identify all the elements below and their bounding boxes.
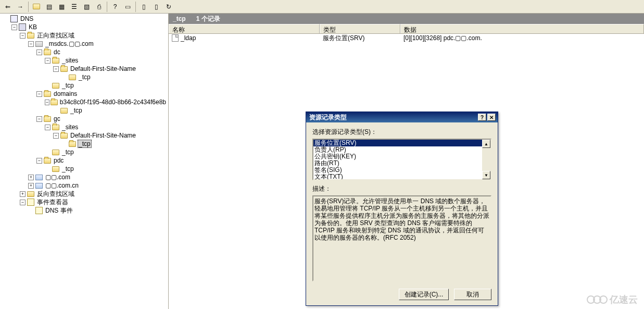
folder-open-icon bbox=[27, 33, 34, 39]
expander-icon[interactable]: − bbox=[36, 91, 42, 97]
list-row[interactable]: _ldap 服务位置(SRV) [0][100][3268] pdc.▢▢.co… bbox=[169, 34, 644, 42]
record-type-listbox[interactable]: 服务位置(SRV) 负责人(RP) 公共密钥(KEY) 路由(RT) 签名(SI… bbox=[312, 139, 491, 180]
zone-icon bbox=[35, 41, 43, 47]
tree-pane[interactable]: DNS − KB − bbox=[0, 14, 169, 309]
dialog-titlebar[interactable]: 资源记录类型 ? ✕ bbox=[306, 112, 498, 122]
expander-icon[interactable]: − bbox=[20, 33, 26, 39]
forward-icon[interactable]: → bbox=[15, 1, 26, 13]
tree-node-zone-com[interactable]: + ▢▢.com bbox=[27, 173, 168, 181]
folder-closed-icon bbox=[69, 75, 76, 80]
record-icon bbox=[172, 34, 179, 42]
tree-label-dns: DNS bbox=[19, 15, 34, 22]
expander-icon[interactable]: + bbox=[20, 191, 26, 197]
folder-open-icon bbox=[60, 133, 68, 139]
up-folder-icon[interactable] bbox=[31, 1, 42, 13]
folder-closed-icon bbox=[52, 83, 59, 89]
tree-node-fwd-zone[interactable]: − 正向查找区域 bbox=[19, 31, 168, 40]
listbox-item[interactable]: 文本(TXT) bbox=[313, 174, 482, 179]
tree-node-server[interactable]: − KB bbox=[10, 23, 168, 31]
expander-icon[interactable]: − bbox=[28, 41, 34, 47]
expander-icon[interactable]: − bbox=[20, 200, 26, 205]
folder-closed-icon bbox=[27, 191, 34, 197]
description-box: 服务(SRV)记录。允许管理员使用单一 DNS 域的数个服务器，轻易地用管理将 … bbox=[312, 195, 491, 281]
tree-node-dc[interactable]: − dc bbox=[35, 48, 168, 56]
resource-record-type-dialog: 资源记录类型 ? ✕ 选择资源记录类型(S)： 服务位置(SRV) 负责人(RP… bbox=[306, 112, 498, 306]
tree-node-pdc[interactable]: − pdc bbox=[35, 156, 168, 165]
view-list-icon[interactable]: ▤ bbox=[43, 1, 55, 13]
tree-node-tcp[interactable]: _tcp bbox=[60, 73, 168, 81]
properties-icon[interactable]: ☰ bbox=[68, 1, 80, 13]
folder-open-icon bbox=[44, 116, 51, 122]
event-icon bbox=[35, 207, 43, 214]
tree-node-rev-zone[interactable]: + 反向查找区域 bbox=[19, 190, 168, 198]
refresh-icon[interactable]: ↻ bbox=[163, 1, 174, 13]
scroll-track[interactable] bbox=[482, 148, 490, 171]
tree-node-msdcs[interactable]: − _msdcs.▢▢.com bbox=[27, 40, 168, 48]
expander-icon[interactable]: + bbox=[28, 183, 34, 189]
tree-node-event-viewer[interactable]: − 事件查看器 bbox=[19, 198, 168, 206]
db-icon[interactable]: ▭ bbox=[122, 1, 133, 13]
tree-node-zone-comcn[interactable]: + ▢▢.com.cn bbox=[27, 181, 168, 190]
tree-node-tcp[interactable]: _tcp bbox=[44, 148, 168, 156]
expander-icon[interactable]: − bbox=[36, 50, 42, 55]
tree-node-tcp[interactable]: _tcp bbox=[44, 165, 168, 173]
tree-node-default-site[interactable]: − Default-First-Site-Name bbox=[52, 131, 168, 140]
new-icon[interactable]: ▧ bbox=[81, 1, 92, 13]
description-label: 描述： bbox=[312, 184, 491, 193]
col-data[interactable]: 数据 bbox=[400, 24, 644, 33]
expander-icon[interactable]: + bbox=[28, 175, 34, 180]
scroll-up-icon[interactable]: ▲ bbox=[482, 140, 490, 148]
scroll-down-icon[interactable]: ▼ bbox=[482, 171, 490, 179]
dns-root-icon bbox=[10, 15, 18, 22]
record-name: _ldap bbox=[181, 34, 196, 42]
expander-icon[interactable]: − bbox=[36, 158, 42, 164]
zone-icon bbox=[35, 183, 43, 189]
expander-icon[interactable]: − bbox=[45, 58, 50, 64]
tree-node-guid[interactable]: − b34c8c0f-f195-48d0-8b66-2c434f6e8b bbox=[44, 98, 168, 106]
help-icon[interactable]: ? bbox=[109, 1, 121, 13]
folder-open-icon bbox=[44, 50, 51, 55]
expander-icon[interactable]: − bbox=[53, 133, 59, 139]
folder-open-icon bbox=[44, 91, 51, 97]
dns-tree: DNS − KB − bbox=[0, 15, 168, 215]
list-header-bar: _tcp 1 个记录 bbox=[169, 14, 644, 24]
tree-node-domains[interactable]: − domains bbox=[35, 90, 168, 98]
record-type: 服务位置(SRV) bbox=[320, 34, 400, 43]
server-icon bbox=[19, 23, 26, 31]
folder-open-icon bbox=[60, 66, 68, 72]
cancel-button[interactable]: 取消 bbox=[454, 289, 491, 300]
tree-node-tcp[interactable]: _tcp bbox=[52, 106, 168, 115]
scrollbar[interactable]: ▲ ▼ bbox=[482, 140, 490, 179]
event-viewer-icon bbox=[27, 199, 34, 206]
tree-node-tcp-selected[interactable]: _tcp bbox=[60, 140, 168, 148]
tree-node-tcp[interactable]: _tcp bbox=[44, 81, 168, 90]
header-path: _tcp bbox=[173, 15, 186, 22]
view-detail-icon[interactable]: ▦ bbox=[56, 1, 67, 13]
expander-icon[interactable]: − bbox=[45, 100, 49, 105]
expander-icon[interactable]: − bbox=[53, 66, 59, 72]
expander-icon[interactable]: − bbox=[36, 116, 42, 122]
close-button[interactable]: ✕ bbox=[487, 114, 496, 121]
col-name[interactable]: 名称 bbox=[169, 24, 320, 33]
help-button[interactable]: ? bbox=[478, 114, 486, 121]
list-columns: 名称 类型 数据 bbox=[169, 24, 644, 34]
folder-closed-icon bbox=[60, 108, 68, 114]
expander-icon[interactable]: − bbox=[45, 125, 50, 130]
tree-node-gc[interactable]: − gc bbox=[35, 115, 168, 123]
expander-icon[interactable]: − bbox=[11, 24, 17, 30]
folder-open-icon bbox=[69, 141, 76, 147]
zone-icon bbox=[35, 175, 43, 180]
doc2-icon[interactable]: ▯ bbox=[150, 1, 162, 13]
col-type[interactable]: 类型 bbox=[320, 24, 400, 33]
tree-node-dns-event[interactable]: DNS 事件 bbox=[27, 206, 168, 215]
tree-node-sites[interactable]: − _sites bbox=[44, 56, 168, 65]
tree-node-default-site[interactable]: − Default-First-Site-Name bbox=[52, 65, 168, 73]
back-icon[interactable]: ⇐ bbox=[2, 1, 14, 13]
doc1-icon[interactable]: ▯ bbox=[138, 1, 149, 13]
export-icon[interactable]: ⎙ bbox=[93, 1, 105, 13]
tree-node-dns[interactable]: DNS bbox=[2, 15, 168, 23]
dialog-title: 资源记录类型 bbox=[308, 113, 477, 122]
tree-node-sites[interactable]: − _sites bbox=[44, 123, 168, 131]
record-data: [0][100][3268] pdc.▢▢.com. bbox=[400, 34, 644, 42]
create-record-button[interactable]: 创建记录(C)... bbox=[399, 289, 449, 300]
